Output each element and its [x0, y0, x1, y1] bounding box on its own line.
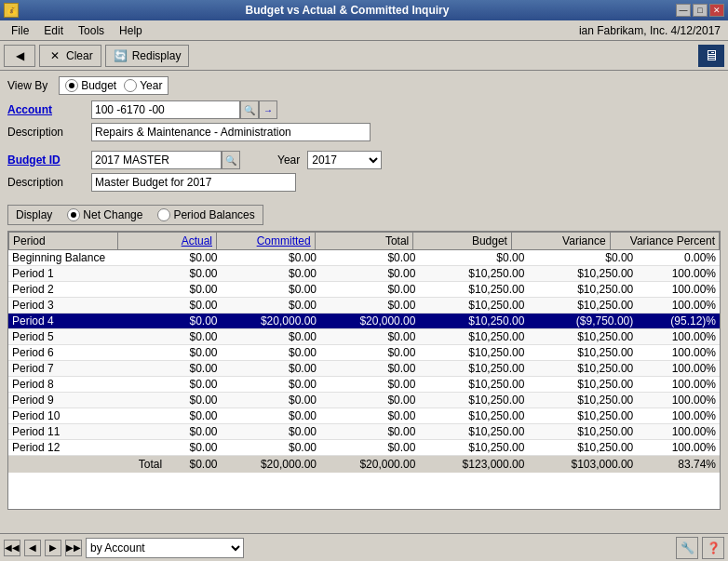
table-row[interactable]: Period 2$0.00$0.00$0.00$10,250.00$10,250… — [8, 282, 720, 298]
nav-prev-button[interactable]: ◀ — [24, 540, 41, 556]
table-cell: $0.00 — [222, 282, 320, 298]
table-cell: $0.00 — [222, 408, 320, 424]
table-cell: Period 9 — [8, 393, 166, 408]
table-row[interactable]: Period 10$0.00$0.00$0.00$10,250.00$10,25… — [8, 408, 720, 424]
menu-bar: File Edit Tools Help ian Fabrikam, Inc. … — [0, 20, 728, 41]
table-cell: $0.00 — [320, 329, 419, 345]
col-actual[interactable]: Actual — [118, 233, 217, 250]
menu-file[interactable]: File — [4, 22, 36, 39]
budget-id-row: Budget ID 🔍 Year 2017 2016 2015 2018 — [7, 151, 721, 169]
table-cell: $0.00 — [222, 298, 320, 314]
account-description-row: Description — [7, 123, 721, 141]
table-cell: $0.00 — [320, 250, 419, 266]
table-cell: $0.00 — [166, 282, 221, 298]
table-cell: 100.00% — [637, 440, 720, 456]
info-icon[interactable]: ❓ — [702, 537, 724, 559]
budget-desc-input[interactable] — [91, 173, 296, 192]
window-controls: — □ ✕ — [676, 4, 724, 17]
table-row[interactable]: Period 1$0.00$0.00$0.00$10,250.00$10,250… — [8, 266, 720, 282]
budget-search-button[interactable]: 🔍 — [222, 151, 240, 169]
footer-label: Total — [8, 456, 166, 474]
col-variance: Variance — [511, 233, 610, 250]
table-row[interactable]: Period 9$0.00$0.00$0.00$10,250.00$10,250… — [8, 393, 720, 408]
nav-next-button[interactable]: ▶ — [45, 540, 61, 556]
table-cell: (95.12)% — [637, 314, 720, 329]
net-change-radio[interactable] — [67, 208, 80, 221]
minimize-button[interactable]: — — [676, 4, 691, 17]
display-period-balances[interactable]: Period Balances — [157, 208, 254, 221]
year-select[interactable]: 2017 2016 2015 2018 — [307, 151, 382, 169]
table-row[interactable]: Period 7$0.00$0.00$0.00$10,250.00$10,250… — [8, 361, 720, 377]
table-row[interactable]: Period 8$0.00$0.00$0.00$10,250.00$10,250… — [8, 377, 720, 393]
account-input[interactable] — [91, 100, 240, 119]
view-by-year[interactable]: Year — [124, 79, 162, 92]
table-cell: 100.00% — [637, 298, 720, 314]
budget-radio[interactable] — [65, 79, 78, 92]
table-cell: $0.00 — [166, 377, 221, 393]
redisplay-button[interactable]: 🔄 Redisplay — [105, 45, 190, 67]
footer-variance: $103,000.00 — [528, 456, 637, 474]
table-cell: Beginning Balance — [8, 250, 166, 266]
close-button[interactable]: ✕ — [709, 4, 724, 17]
view-by-budget[interactable]: Budget — [65, 79, 116, 92]
clear-button[interactable]: ✕ Clear — [39, 45, 101, 67]
display-label: Display — [16, 208, 52, 221]
back-button[interactable]: ◀ — [4, 45, 35, 67]
table-cell: $0.00 — [166, 408, 221, 424]
col-budget: Budget — [413, 233, 512, 250]
table-row[interactable]: Period 6$0.00$0.00$0.00$10,250.00$10,250… — [8, 345, 720, 361]
col-committed[interactable]: Committed — [217, 233, 316, 250]
table-row[interactable]: Period 12$0.00$0.00$0.00$10,250.00$10,25… — [8, 440, 720, 456]
budget-id-input[interactable] — [91, 151, 222, 169]
table-row[interactable]: Period 5$0.00$0.00$0.00$10,250.00$10,250… — [8, 329, 720, 345]
table-cell: $0.00 — [320, 377, 419, 393]
title-bar: 💰 Budget vs Actual & Committed Inquiry —… — [0, 0, 728, 20]
footer-committed: $20,000.00 — [222, 456, 320, 474]
nav-last-button[interactable]: ▶▶ — [65, 540, 82, 556]
table-row[interactable]: Period 4$0.00$20,000.00$20,000.00$10,250… — [8, 314, 720, 329]
net-change-label: Net Change — [83, 208, 142, 221]
table-cell: $10,250.00 — [419, 345, 528, 361]
table-cell: 100.00% — [637, 361, 720, 377]
table-cell: $10,250.00 — [419, 282, 528, 298]
table-cell: $0.00 — [166, 345, 221, 361]
table-row[interactable]: Beginning Balance$0.00$0.00$0.00$0.00$0.… — [8, 250, 720, 266]
menu-tools[interactable]: Tools — [71, 22, 112, 39]
maximize-button[interactable]: □ — [693, 4, 708, 17]
account-search-button[interactable]: 🔍 — [240, 100, 259, 119]
budget-id-label[interactable]: Budget ID — [7, 154, 91, 167]
display-net-change[interactable]: Net Change — [67, 208, 142, 221]
period-balances-radio[interactable] — [157, 208, 170, 221]
status-dropdown[interactable]: by Account by Period by Budget — [86, 538, 244, 558]
menu-edit[interactable]: Edit — [36, 22, 71, 39]
account-desc-label: Description — [7, 126, 91, 139]
table-cell: $0.00 — [166, 393, 221, 408]
account-desc-input[interactable] — [91, 123, 371, 141]
table-row[interactable]: Period 3$0.00$0.00$0.00$10,250.00$10,250… — [8, 298, 720, 314]
table-cell: $0.00 — [222, 377, 320, 393]
footer-actual: $0.00 — [166, 456, 221, 474]
table-scroll[interactable]: Beginning Balance$0.00$0.00$0.00$0.00$0.… — [8, 250, 720, 510]
redisplay-icon: 🔄 — [114, 48, 128, 63]
account-arrow-button[interactable]: → — [259, 100, 277, 119]
table-cell: $10,250.00 — [419, 424, 528, 440]
menu-help[interactable]: Help — [112, 22, 150, 39]
help-icon[interactable]: 🔧 — [676, 537, 698, 559]
table-cell: Period 5 — [8, 329, 166, 345]
table-footer: Total $0.00 $20,000.00 $20,000.00 $123,0… — [8, 456, 720, 474]
table-row[interactable]: Period 11$0.00$0.00$0.00$10,250.00$10,25… — [8, 424, 720, 440]
table-cell: 0.00% — [637, 250, 720, 266]
footer-total: $20,000.00 — [320, 456, 419, 474]
account-label[interactable]: Account — [7, 103, 91, 116]
table-cell: $10,250.00 — [528, 440, 637, 456]
year-radio[interactable] — [124, 79, 137, 92]
table-cell: $0.00 — [222, 250, 320, 266]
back-icon: ◀ — [12, 48, 27, 63]
nav-first-button[interactable]: ◀◀ — [4, 540, 20, 556]
account-row: Account 🔍 → — [7, 100, 721, 119]
table-cell: $10,250.00 — [528, 361, 637, 377]
table-cell: Period 6 — [8, 345, 166, 361]
table-cell: 100.00% — [637, 377, 720, 393]
table-cell: $0.00 — [166, 250, 221, 266]
table-cell: $10,250.00 — [528, 393, 637, 408]
